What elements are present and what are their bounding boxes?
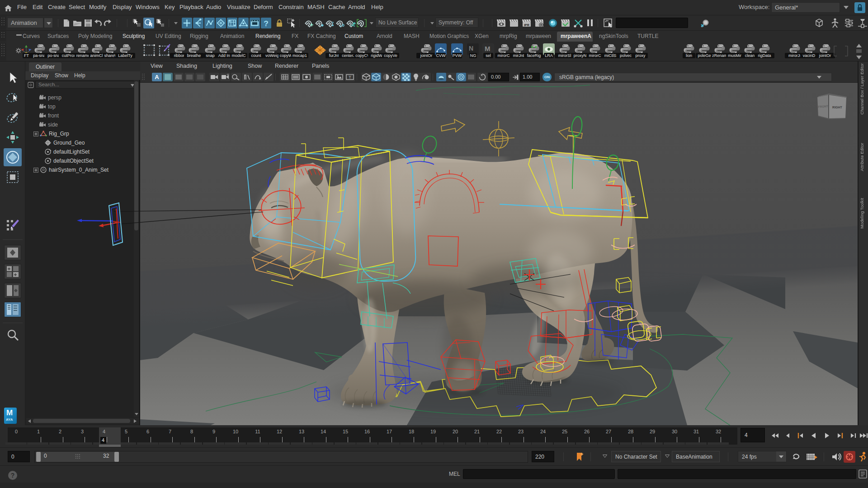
svg-text:RIGHT: RIGHT (832, 106, 843, 109)
svg-text:T: T (349, 75, 351, 80)
svg-text:?: ? (264, 19, 269, 28)
svg-text:?: ? (11, 472, 15, 479)
svg-text:IPR: IPR (524, 23, 529, 27)
